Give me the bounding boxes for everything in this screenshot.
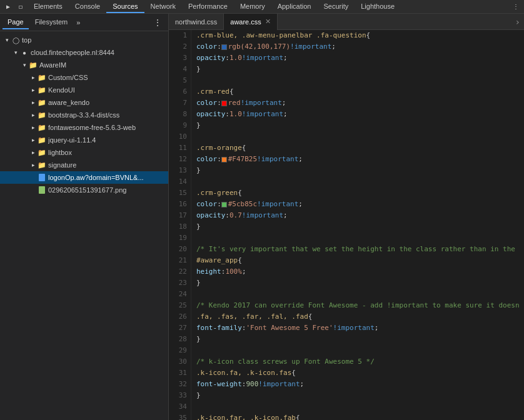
line-number: 8: [169, 109, 187, 120]
line-number: 4: [169, 64, 187, 75]
code-line: [196, 232, 524, 244]
tab-sources[interactable]: Sources: [106, 1, 144, 13]
code-line: /* k-icon class screws up Font Awesome 5…: [196, 356, 524, 368]
code-line: [196, 345, 524, 356]
tab-security[interactable]: Security: [317, 1, 355, 13]
line-number: 24: [169, 289, 187, 300]
code-line: }: [196, 120, 524, 131]
code-line: }: [196, 278, 524, 289]
line-numbers: 1234567891011121314151617181920212223242…: [169, 30, 191, 420]
line-number: 29: [169, 345, 187, 356]
editor-more-icon[interactable]: ›: [511, 17, 524, 27]
code-line: height: 100%;: [196, 266, 524, 278]
tree-item-aware-kendo[interactable]: 📁 aware_kendo: [0, 96, 168, 109]
tree-item-fontawesome[interactable]: 📁 fontawesome-free-5.6.3-web: [0, 121, 168, 134]
editor-tab-northwind[interactable]: northwind.css: [169, 14, 224, 30]
tab-performance[interactable]: Performance: [182, 1, 234, 13]
tree-item-logonop[interactable]: logonOp.aw?domain=BVNL&...: [0, 171, 168, 184]
tree-item-lightbox[interactable]: 📁 lightbox: [0, 146, 168, 159]
cursor-icon[interactable]: ▶: [3, 1, 14, 12]
tree-item-signature[interactable]: 📁 signature: [0, 159, 168, 171]
tree-arrow-fontawesome: [29, 123, 38, 132]
editor-tab-aware-label: aware.css: [230, 18, 261, 26]
tree-label-customcss: Custom/CSS: [48, 74, 168, 81]
code-line: color: red !important;: [196, 98, 524, 109]
close-tab-icon[interactable]: ✕: [265, 18, 271, 26]
code-line: }: [196, 64, 524, 75]
code-line: [196, 75, 524, 86]
line-number: 5: [169, 75, 187, 86]
editor-panel: northwind.css aware.css ✕ › 123456789101…: [169, 14, 524, 420]
cloud-icon: ●: [20, 48, 29, 57]
line-number: 22: [169, 266, 187, 278]
tree-item-awareim[interactable]: 📁 AwareIM: [0, 59, 168, 71]
tree-item-kendoui[interactable]: 📁 KendoUI: [0, 84, 168, 96]
tree-arrow-cloud: [11, 48, 20, 57]
tab-page[interactable]: Page: [3, 16, 29, 29]
tree-arrow-top: [3, 36, 11, 44]
code-line: font-family: 'Font Awesome 5 Free' !impo…: [196, 322, 524, 334]
code-line: .k-icon.far, .k-icon.fab {: [196, 412, 524, 420]
tab-elements[interactable]: Elements: [28, 1, 69, 13]
line-number: 2: [169, 41, 187, 52]
more-tabs-icon[interactable]: »: [74, 16, 83, 29]
tree-arrow-customcss: [29, 73, 38, 82]
devtools-body: Page Filesystem » ⋮ ◯ top ● cloud.fintec…: [0, 14, 524, 420]
tab-memory[interactable]: Memory: [234, 1, 271, 13]
tab-lighthouse[interactable]: Lighthouse: [355, 1, 401, 13]
sources-left-panel: Page Filesystem » ⋮ ◯ top ● cloud.fintec…: [0, 14, 169, 420]
tab-filesystem[interactable]: Filesystem: [30, 16, 73, 29]
folder-icon-customcss: 📁: [38, 73, 46, 82]
tree-arrow-bootstrap: [29, 111, 38, 119]
line-number: 15: [169, 188, 187, 199]
editor-tab-aware[interactable]: aware.css ✕: [224, 14, 278, 30]
code-line: .crm-green {: [196, 188, 524, 199]
tree-label-signature: signature: [48, 161, 168, 169]
rect-icon[interactable]: ◻: [15, 1, 26, 12]
tab-application[interactable]: Application: [271, 1, 318, 13]
code-line: opacity: 0.7 !important;: [196, 210, 524, 221]
code-line: }: [196, 221, 524, 232]
line-number: 10: [169, 131, 187, 142]
tab-network[interactable]: Network: [144, 1, 182, 13]
code-line: color: rgb(42,100,177) !important;: [196, 41, 524, 52]
tree-arrow-awareim: [20, 61, 29, 69]
tree-item-png[interactable]: 02962065151391677.png: [0, 184, 168, 196]
code-line: #aware_app {: [196, 255, 524, 266]
line-number: 18: [169, 221, 187, 232]
line-number: 17: [169, 210, 187, 221]
folder-icon-lightbox: 📁: [38, 148, 46, 157]
code-content[interactable]: .crm-blue, .aw-menu-panelbar .fa-questio…: [191, 30, 524, 420]
line-number: 26: [169, 311, 187, 322]
code-line: .crm-orange {: [196, 142, 524, 154]
more-tabs-button[interactable]: ⋮: [510, 2, 521, 11]
folder-icon-bootstrap: 📁: [38, 111, 46, 119]
tab-console[interactable]: Console: [69, 1, 106, 13]
line-number: 35: [169, 412, 187, 420]
editor-tabs: northwind.css aware.css ✕ ›: [169, 14, 524, 30]
tree-item-jquery[interactable]: 📁 jquery-ui-1.11.4: [0, 134, 168, 146]
line-number: 21: [169, 255, 187, 266]
code-line: font-weight: 900 !important;: [196, 379, 524, 390]
line-number: 3: [169, 52, 187, 64]
line-number: 34: [169, 401, 187, 412]
tree-item-bootstrap[interactable]: 📁 bootstrap-3.3.4-dist/css: [0, 109, 168, 121]
code-line: .crm-blue, .aw-menu-panelbar .fa-questio…: [196, 30, 524, 41]
file-tree: ◯ top ● cloud.fintechpeople.nl:8444 📁 Aw…: [0, 31, 168, 420]
file-icon-logonop: [38, 173, 46, 182]
line-number: 11: [169, 142, 187, 154]
tree-item-customcss[interactable]: 📁 Custom/CSS: [0, 71, 168, 84]
code-line: }: [196, 334, 524, 345]
code-line: .fa, .fas, .far, .fal, .fad {: [196, 311, 524, 322]
line-number: 12: [169, 154, 187, 165]
sources-left-tabs: Page Filesystem » ⋮: [0, 14, 168, 31]
line-number: 16: [169, 199, 187, 210]
tree-label-awareim: AwareIM: [39, 61, 168, 69]
file-icon-png: [38, 186, 46, 194]
line-number: 28: [169, 334, 187, 345]
code-line: opacity: 1.0 !important;: [196, 109, 524, 120]
panel-menu-icon[interactable]: ⋮: [149, 16, 166, 29]
tree-item-top[interactable]: ◯ top: [0, 34, 168, 46]
tree-item-cloud[interactable]: ● cloud.fintechpeople.nl:8444: [0, 46, 168, 59]
tree-label-fontawesome: fontawesome-free-5.6.3-web: [48, 124, 168, 131]
